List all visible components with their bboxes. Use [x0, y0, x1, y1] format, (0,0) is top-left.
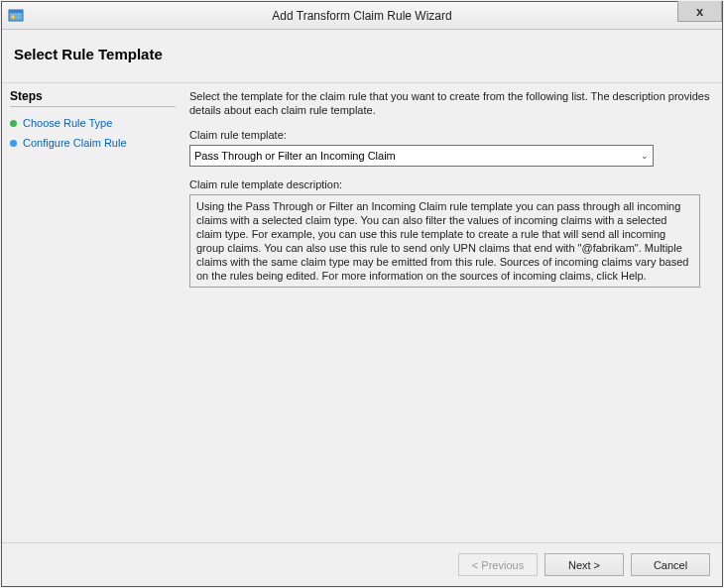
button-label: < Previous: [472, 559, 524, 571]
svg-rect-1: [9, 10, 23, 13]
wizard-body: Steps Choose Rule Type Configure Claim R…: [2, 83, 722, 542]
step-label: Configure Claim Rule: [23, 137, 127, 149]
page-header: Select Rule Template: [2, 30, 722, 83]
steps-heading: Steps: [10, 89, 176, 107]
bullet-active-icon: [10, 120, 17, 127]
template-label: Claim rule template:: [189, 129, 712, 141]
intro-text: Select the template for the claim rule t…: [189, 89, 712, 117]
button-label: Next >: [568, 559, 600, 571]
window-title: Add Transform Claim Rule Wizard: [2, 9, 722, 23]
steps-sidebar: Steps Choose Rule Type Configure Claim R…: [2, 83, 183, 542]
chevron-down-icon: ⌄: [641, 151, 649, 161]
close-icon: x: [696, 4, 703, 19]
close-button[interactable]: x: [677, 1, 722, 22]
app-icon: [8, 8, 24, 24]
button-label: Cancel: [654, 559, 687, 571]
template-description-text: Using the Pass Through or Filter an Inco…: [196, 200, 688, 282]
step-choose-rule-type[interactable]: Choose Rule Type: [10, 113, 176, 133]
claim-rule-template-dropdown[interactable]: Pass Through or Filter an Incoming Claim…: [189, 145, 654, 167]
content-area: Select the template for the claim rule t…: [183, 83, 722, 542]
previous-button: < Previous: [458, 553, 538, 576]
description-label: Claim rule template description:: [189, 178, 712, 190]
next-button[interactable]: Next >: [544, 553, 624, 576]
cancel-button[interactable]: Cancel: [631, 553, 710, 576]
titlebar: Add Transform Claim Rule Wizard x: [2, 2, 722, 30]
wizard-footer: < Previous Next > Cancel: [2, 542, 722, 586]
page-title: Select Rule Template: [14, 46, 710, 62]
wizard-window: Add Transform Claim Rule Wizard x Select…: [1, 1, 723, 587]
dropdown-value: Pass Through or Filter an Incoming Claim: [194, 150, 396, 162]
step-configure-claim-rule[interactable]: Configure Claim Rule: [10, 133, 176, 153]
svg-point-2: [11, 15, 15, 19]
bullet-pending-icon: [10, 140, 17, 147]
step-label: Choose Rule Type: [23, 117, 112, 129]
template-description-box: Using the Pass Through or Filter an Inco…: [189, 194, 700, 288]
